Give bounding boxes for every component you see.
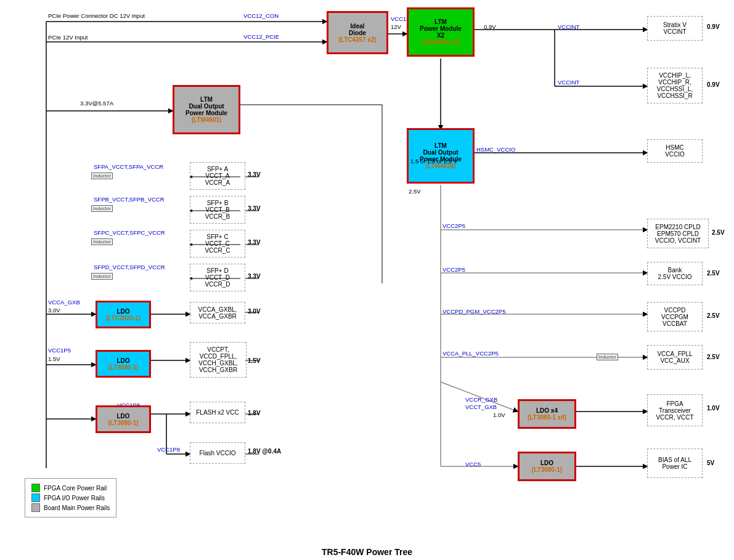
vcc1p5-net: VCC1P5 [48, 347, 71, 354]
15-18-25-label: 1.5 or 1.8 or 2.5 V [410, 158, 457, 164]
sfpd-val: 3.3V [248, 273, 261, 280]
30v-ldo-label: 3.0V [48, 307, 60, 314]
18v-val: 1.8V [248, 410, 261, 416]
ldo-gxb-box: LDO (LTC3025-1) [96, 301, 151, 328]
09v-label1: 0.9V [484, 23, 496, 30]
ldo-x4-box: LDO x4 (LT3080-1 x4) [518, 399, 576, 429]
vcc12-con-label: VCC12_CON [243, 12, 279, 19]
ideal-diode-box: Ideal Diode (LTC4357 x2) [327, 11, 388, 54]
legend-label-cyan: FPGA I/O Power Rails [44, 495, 105, 501]
sfpc-net-label: SFPC_VCCT,SFPC_VCCR [94, 229, 165, 236]
vccpd-net: VCCPD_PGM_VCC2P5 [442, 308, 505, 315]
sfpd-box: SFP+ D VCCT_D VCCR_D [190, 264, 245, 291]
ldo-1p5-box: LDO (LT3080-1) [96, 350, 151, 378]
10v-val: 1.0V [707, 405, 720, 412]
inductor-fpll: Inductor [597, 354, 618, 360]
vccpd-box: VCCPD VCCPGM VCCBAT [647, 302, 703, 331]
sfpa-box: SFP+ A VCCT_A VCCR_A [190, 162, 245, 190]
vccint-label2: VCCINT [558, 79, 579, 86]
09v-val1: 0.9V [707, 23, 720, 30]
sfpb-net-label: SFPB_VCCT,SFPB_VCCR [94, 196, 165, 203]
09v-val2: 0.9V [707, 81, 720, 88]
inductor-a: Inductor [91, 172, 113, 179]
diagram: PCIe Power Connector DC 12V Input PCIe 1… [0, 0, 734, 536]
vccint-label1: VCCINT [558, 23, 579, 30]
ltm-dual-box: LTM Dual Output Power Module (LTM4601) [173, 85, 240, 134]
vcca-fpll-box: VCCA_FPLL VCC_AUX [647, 345, 703, 370]
legend: FPGA Core Power Rail FPGA I/O Power Rail… [25, 478, 116, 517]
vcchip-box: VCCHIP_L, VCCHIP_R, VCCHSSI_L, VCCHSSI_R [647, 68, 703, 103]
bias-all-box: BIAS of ALL Power IC [647, 448, 703, 478]
25v-val2: 2.5V [707, 270, 720, 277]
vcca-gxb-net: VCCA_GXB [48, 299, 80, 306]
page-title: TR5-F40W Power Tree [322, 547, 412, 557]
ltm-x2-box: LTM Power Module X2 (LTM4628 x2) [407, 7, 475, 57]
ldo-vcc5-box: LDO (LT3080-1) [518, 452, 576, 481]
legend-label-green: FPGA Core Power Rail [44, 485, 107, 492]
inductor-d: Inductor [91, 273, 113, 280]
vcct-gxb-net: VCCT_GXB [465, 404, 497, 410]
legend-label-gray: Board Main Power Rails [44, 505, 110, 511]
25v-val1: 2.5V [712, 229, 725, 236]
epm2210-box: EPM2210 CPLD EPM570 CPLD VCCIO, VCCINT [647, 219, 709, 248]
vccr-gxb-net: VCCR_GXB [465, 396, 497, 403]
vcca-gxbl-box: VCCA_GXBL, VCCA_GXBR [190, 302, 245, 323]
25v-main-label: 2.5V [409, 188, 421, 195]
sfpc-val: 3.3V [248, 239, 261, 246]
vcca-pll-net: VCCA_PLL_VCC2P5 [442, 350, 499, 357]
inductor-c: Inductor [91, 238, 113, 245]
25v-val3: 2.5V [707, 312, 720, 319]
flash-vccio-box: Flash VCCIO [190, 442, 245, 464]
25v-val4: 2.5V [707, 354, 720, 360]
hsmc-vccio-box: HSMC VCCIO [647, 139, 703, 163]
vcc2p5-net2: VCC2P5 [442, 266, 465, 273]
sfpb-box: SFP+ B VCCT_B VCCR_B [190, 196, 245, 224]
fpga-trans-box: FPGA Transceiver VCCR, VCCT [647, 394, 703, 426]
33v-557a-label: 3.3V@5.57A [80, 100, 113, 107]
15v-val: 1.5V [248, 357, 261, 364]
sfpb-val: 3.3V [248, 205, 261, 212]
5v-val: 5V [707, 460, 714, 466]
hsmc-vccio-net: HSMC_VCCIO [476, 146, 515, 153]
legend-color-green [31, 484, 40, 492]
ltm-dual2-box: LTM Dual Output Power Module (LTM4628) [407, 128, 475, 184]
30v-val: 3.0V [248, 308, 261, 315]
vccp-fpll-box: VCCPT, VCCD_FPLL, VCCH_GXBL, VCCH_GXBR [190, 342, 247, 378]
ldo-1p8-box: LDO (LT3080-1) [96, 405, 151, 433]
vcc12-12v-label: 12V [391, 23, 401, 30]
legend-item-fpga-io: FPGA I/O Power Rails [31, 493, 110, 502]
legend-color-gray [31, 503, 40, 512]
legend-color-cyan [31, 493, 40, 502]
vcc1p8-net2: VCC1P8 [157, 446, 180, 453]
legend-item-board-main: Board Main Power Rails [31, 503, 110, 512]
vcc12-pcie-label: VCC12_PCIE [243, 33, 279, 40]
vcc5-net: VCC5 [465, 461, 481, 468]
pcie-input-label: PCIe 12V Input [48, 34, 88, 41]
stratix-vccint-box: Stratix V VCCINT [647, 16, 703, 41]
flash-vcc-box: FLASH x2 VCC [190, 402, 245, 423]
legend-item-fpga-core: FPGA Core Power Rail [31, 484, 110, 492]
sfpc-box: SFP+ C VCCT_C VCCR_C [190, 230, 245, 258]
sfpd-net-label: SFPD_VCCT,SFPD_VCCR [94, 264, 165, 270]
10v-ldo-x4-label: 1.0V [493, 412, 505, 418]
vcc2p5-net1: VCC2P5 [442, 222, 465, 229]
15v-ldo-label: 1.5V [48, 355, 60, 362]
18v-04a-val: 1.8V @0.4A [248, 448, 281, 455]
sfpa-net-label: SFPA_VCCT,SFPA_VCCR [94, 163, 163, 170]
inductor-b: Inductor [91, 205, 113, 212]
bank-vccio-box: Bank 2.5V VCCIO [647, 262, 703, 285]
pcie-connector-label: PCIe Power Connector DC 12V Input [48, 12, 145, 19]
sfpa-val: 3.3V [248, 171, 261, 178]
